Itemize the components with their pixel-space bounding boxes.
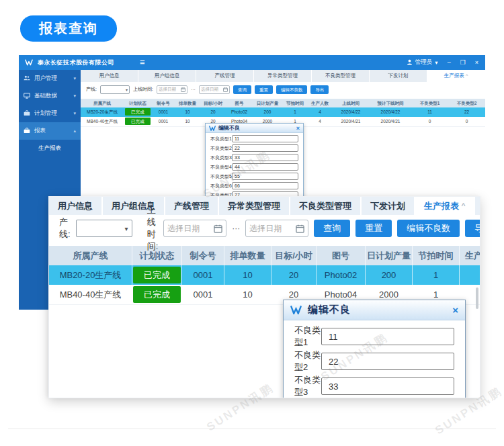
edit-defect-dialog-zoom: 编辑不良 × 不良类型1 不良类型2 不良类型3 不良类型4 不良类型5 [283,300,466,398]
tab-defect-type[interactable]: 不良类型管理 [312,70,370,82]
cell: 2020/4/21 [332,117,370,126]
report-table-zoom: 所属产线 计划状态 制令号 排单数量 目标/小时 图号 日计划产量 节拍时间 生… [49,246,480,305]
sidebar-item-plan-mgmt[interactable]: 计划管理 ▾ [19,105,81,122]
user-menu[interactable]: 管理员 ▾ [407,58,438,66]
tab-exception-type[interactable]: 异常类型管理 [254,70,312,82]
close-button[interactable]: × [475,59,478,66]
tab-close-icon[interactable]: ^ [466,73,468,78]
date-field[interactable] [249,224,293,233]
export-button[interactable]: 导出 [310,85,329,94]
tab-defect-type[interactable]: 不良类型管理 [290,197,362,215]
dialog-header[interactable]: 编辑不良 × [284,300,465,320]
scrollbar-thumb[interactable] [476,287,478,309]
reset-button[interactable]: 重置 [355,220,392,237]
cell: 10 [224,265,271,285]
line-select[interactable]: ▾ [100,85,130,94]
query-button[interactable]: 查询 [233,85,251,94]
status-badge: 已完成 [133,286,180,303]
calendar-icon [223,87,228,92]
col-header: 制令号 [182,246,224,265]
cell-status: 已完成 [132,285,182,304]
cell: 200 [366,265,413,285]
col-header: 不良类型2 [448,99,485,107]
close-icon[interactable]: × [296,125,300,132]
cell: 0001 [182,285,224,304]
date-end-input[interactable]: 选择日期 [199,85,230,94]
tab-exception-type[interactable]: 异常类型管理 [219,197,290,215]
status-badge: 已完成 [125,108,151,116]
date-start-input[interactable]: 选择日期 [157,85,187,94]
defect3-input[interactable] [321,377,454,395]
cell: 20 [200,107,226,117]
defect4-input[interactable] [232,163,298,171]
defect3-input[interactable] [232,154,298,161]
tab-dispatch-plan[interactable]: 下发计划 [362,197,415,215]
tab-line-mgmt[interactable]: 产线管理 [196,70,254,82]
field-label: 不良类型5 [210,173,232,180]
col-header: 所属产线 [81,99,124,107]
cell: 1 [413,265,460,285]
sidebar-item-base-data[interactable]: 基础数据 ▾ [19,87,81,105]
zoom-overlay-panel: 用户信息 用户组信息 产线管理 异常类型管理 不良类型管理 下发计划 生产报表 … [48,196,480,398]
tab-user-info[interactable]: 用户信息 [81,70,138,82]
date-field[interactable] [167,224,211,233]
cell-line: MB40-40生产线 [49,285,132,304]
field-label: 不良类型6 [210,183,232,189]
hamburger-menu-icon[interactable]: ≡ [140,59,145,66]
col-header: 所属产线 [49,246,132,265]
cell-status: 已完成 [132,265,182,285]
tab-close-icon[interactable]: ^ [462,202,466,211]
cell-status: 已完成 [124,117,152,126]
edit-defect-button[interactable]: 编辑不良数 [397,220,460,237]
defect1-input[interactable] [321,328,454,345]
cell: 10 [175,117,200,126]
table-row[interactable]: MB20-20生产线 已完成 0001 10 20 Photo02 200 1 … [81,107,485,117]
col-header: 节拍时间 [282,99,308,107]
col-header: 计划状态 [124,99,152,107]
cell [460,265,480,285]
tab-dispatch-plan[interactable]: 下发计划 [370,70,427,82]
dialog-logo-icon [290,306,302,314]
minimize-button[interactable]: – [448,59,451,66]
page-badge: 报表查询 [20,15,117,42]
query-button[interactable]: 查询 [314,220,350,237]
cell: 0001 [182,265,224,285]
field-label: 不良类型3 [210,154,232,161]
defect5-input[interactable] [232,173,298,180]
edit-defect-button[interactable]: 编辑不良数 [276,85,308,94]
dialog-header[interactable]: 编辑不良 × [206,124,303,133]
col-header: 生产人数 [460,246,480,265]
defect6-input[interactable] [232,182,298,189]
export-button[interactable]: 导出 [465,220,480,237]
close-icon[interactable]: × [452,304,458,316]
col-header: 排单数量 [224,246,271,265]
date-start-input[interactable] [163,220,226,237]
chevron-up-icon: ▴ [73,128,76,134]
tab-production-report[interactable]: 生产报表 ^ [415,197,475,215]
col-header: 不良类型1 [411,99,448,107]
sidebar-item-label: 用户管理 [34,75,69,83]
sidebar-item-reports[interactable]: 报表 ▴ [19,122,81,140]
defect1-input[interactable] [232,135,298,142]
field-label: 不良类型2 [294,349,321,373]
defect2-input[interactable] [321,353,454,370]
maximize-button[interactable]: ❐ [460,59,466,66]
line-select[interactable]: ▾ [76,220,132,237]
tab-user-info[interactable]: 用户信息 [49,197,103,215]
tab-line-mgmt[interactable]: 产线管理 [165,197,219,215]
cell: 22 [448,107,485,117]
tab-user-group[interactable]: 用户组信息 [138,70,196,82]
tab-production-report[interactable]: 生产报表 ^ [427,70,485,82]
status-badge: 已完成 [125,118,151,125]
tab-bar: 用户信息 用户组信息 产线管理 异常类型管理 不良类型管理 下发计划 生产报表 … [81,70,485,82]
sidebar-item-production-report[interactable]: 生产报表 [19,140,81,156]
table-row[interactable]: MB20-20生产线 已完成 0001 10 20 Photo02 200 1 [49,265,480,285]
cell: 4 [308,117,332,126]
date-end-input[interactable] [245,220,308,237]
cell: Photo02 [226,107,253,117]
col-header: 目标/小时 [200,99,226,107]
sidebar-item-user-mgmt[interactable]: 用户管理 ▾ [19,70,81,87]
reset-button[interactable]: 重置 [255,85,273,94]
defect2-input[interactable] [232,144,298,152]
briefcase-icon [24,128,30,135]
